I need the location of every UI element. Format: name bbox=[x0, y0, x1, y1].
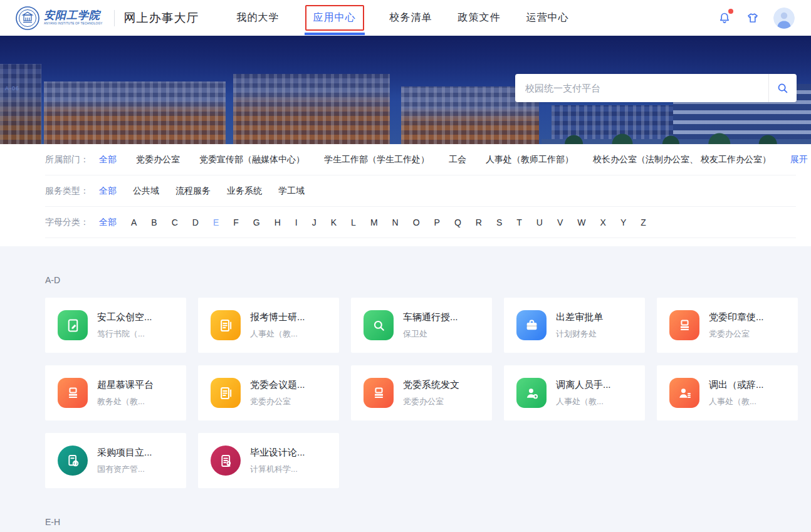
app-card-department: 人事处（教... bbox=[709, 396, 764, 407]
app-card-title: 安工众创空... bbox=[97, 311, 152, 323]
filter-row-service-type: 服务类型：全部公共域流程服务业务系统学工域 bbox=[45, 175, 796, 207]
filter-option[interactable]: 党委宣传部（融媒体中心） bbox=[199, 154, 305, 165]
app-card[interactable]: 采购项目立...国有资产管... bbox=[45, 433, 186, 488]
app-card[interactable]: 党委系统发文党委办公室 bbox=[351, 365, 492, 420]
group-label: A-D bbox=[45, 246, 796, 285]
filter-option[interactable]: Y bbox=[620, 217, 626, 227]
filter-option[interactable]: A bbox=[131, 217, 137, 227]
university-name-en: ANYANG INSTITUTE OF TECHNOLOGY bbox=[44, 22, 103, 25]
app-card-title: 出差审批单 bbox=[556, 311, 603, 323]
app-card[interactable]: 调出（或辞...人事处（教... bbox=[657, 365, 798, 420]
app-card[interactable]: 调离人员手...人事处（教... bbox=[504, 365, 645, 420]
filter-option[interactable]: F bbox=[233, 217, 239, 227]
filter-option[interactable]: 流程服务 bbox=[175, 185, 211, 197]
app-card-title: 调出（或辞... bbox=[709, 379, 764, 391]
app-card-title: 毕业设计论... bbox=[250, 447, 305, 459]
app-card-title: 党委系统发文 bbox=[403, 379, 459, 391]
app-card-title: 车辆通行授... bbox=[403, 311, 458, 323]
filter-label: 所属部门： bbox=[45, 154, 89, 165]
divider bbox=[114, 10, 115, 26]
filter-row-alphabet: 字母分类：全部ABCDEFGHIJKLMNOPQRSTUVWXYZ bbox=[45, 207, 796, 238]
filter-option[interactable]: 学生工作部（学生工作处） bbox=[324, 154, 429, 165]
app-card[interactable]: 车辆通行授...保卫处 bbox=[351, 298, 492, 353]
university-name: 安阳工学院 bbox=[44, 10, 106, 22]
person-badge-icon bbox=[516, 378, 547, 408]
filter-option[interactable]: 工会 bbox=[449, 154, 466, 165]
app-card-title: 调离人员手... bbox=[556, 379, 611, 391]
filter-option[interactable]: 校长办公室（法制办公室、 校友工作办公室） bbox=[593, 154, 771, 165]
group-label: E-H bbox=[45, 488, 796, 527]
filter-option[interactable]: K bbox=[331, 217, 337, 227]
filter-option[interactable]: U bbox=[536, 217, 543, 227]
banner-building bbox=[44, 81, 226, 144]
filter-option[interactable]: W bbox=[577, 217, 585, 227]
expand-link[interactable]: 展开 bbox=[790, 154, 808, 165]
app-card-department: 计算机科学... bbox=[250, 464, 305, 475]
app-card-title: 党委会议题... bbox=[250, 379, 305, 391]
app-card[interactable]: 出差审批单计划财务处 bbox=[504, 298, 645, 353]
filter-label: 字母分类： bbox=[45, 217, 89, 228]
clipboard-edit-icon bbox=[58, 310, 88, 340]
filter-option[interactable]: 公共域 bbox=[133, 185, 159, 197]
filter-option[interactable]: X bbox=[600, 217, 606, 227]
filter-option[interactable]: J bbox=[312, 217, 317, 227]
nav-item-my-university[interactable]: 我的大学 bbox=[237, 11, 280, 24]
search-bar bbox=[515, 74, 797, 102]
filter-option[interactable]: N bbox=[392, 217, 399, 227]
app-card[interactable]: 党委会议题...党委办公室 bbox=[198, 365, 339, 420]
filter-option[interactable]: Z bbox=[641, 217, 646, 227]
app-card[interactable]: 党委印章使...党委办公室 bbox=[657, 298, 798, 353]
filter-option[interactable]: T bbox=[516, 217, 522, 227]
filter-option[interactable]: 全部 bbox=[99, 217, 117, 228]
filter-option[interactable]: H bbox=[275, 217, 281, 227]
nav-item-app-center[interactable]: 应用中心 bbox=[305, 5, 364, 31]
notification-bell-icon[interactable] bbox=[717, 11, 732, 26]
nav-item-operation-center[interactable]: 运营中心 bbox=[526, 11, 569, 24]
filter-option[interactable]: L bbox=[351, 217, 356, 227]
app-card-department: 保卫处 bbox=[403, 328, 458, 340]
filter-option[interactable]: 全部 bbox=[99, 154, 117, 165]
filter-option[interactable]: E bbox=[213, 217, 219, 227]
nav-item-policy-documents[interactable]: 政策文件 bbox=[458, 11, 501, 24]
filter-option[interactable]: P bbox=[434, 217, 440, 227]
filter-option[interactable]: 业务系统 bbox=[227, 185, 262, 197]
filter-option[interactable]: Q bbox=[454, 217, 461, 227]
filter-option[interactable]: I bbox=[295, 217, 298, 227]
app-card[interactable]: 报考博士研...人事处（教... bbox=[198, 298, 339, 353]
document-list-icon bbox=[211, 378, 241, 408]
filter-option[interactable]: C bbox=[172, 217, 178, 227]
filter-option[interactable]: G bbox=[253, 217, 260, 227]
nav-item-school-affairs[interactable]: 校务清单 bbox=[390, 11, 432, 24]
filter-option[interactable]: 全部 bbox=[99, 185, 117, 197]
filter-option[interactable]: B bbox=[151, 217, 157, 227]
filter-option[interactable]: 党委办公室 bbox=[136, 154, 180, 165]
search-input[interactable] bbox=[515, 74, 768, 102]
document-list-icon bbox=[211, 310, 241, 340]
app-card[interactable]: 安工众创空...笃行书院（... bbox=[45, 298, 186, 353]
filter-option[interactable]: D bbox=[192, 217, 199, 227]
search-icon bbox=[776, 81, 790, 95]
filter-option[interactable]: M bbox=[370, 217, 378, 227]
user-avatar[interactable] bbox=[773, 8, 795, 29]
theme-tshirt-icon[interactable] bbox=[745, 11, 760, 26]
filter-option[interactable]: 学工域 bbox=[278, 185, 305, 197]
filter-option[interactable]: O bbox=[413, 217, 420, 227]
filter-option[interactable]: S bbox=[496, 217, 502, 227]
banner-building: A-06 bbox=[0, 64, 41, 144]
filter-option[interactable]: 人事处（教师工作部） bbox=[486, 154, 573, 165]
app-card[interactable]: 毕业设计论...计算机科学... bbox=[198, 433, 339, 488]
app-card-department: 党委办公室 bbox=[709, 328, 764, 340]
filter-option[interactable]: R bbox=[476, 217, 482, 227]
person-list-icon bbox=[669, 378, 699, 408]
main-nav: 我的大学应用中心校务清单政策文件运营中心 bbox=[237, 5, 569, 31]
filter-option[interactable]: V bbox=[557, 217, 563, 227]
invoice-yuan-icon bbox=[58, 446, 88, 476]
app-card-title: 党委印章使... bbox=[709, 311, 764, 323]
app-card-department: 人事处（教... bbox=[556, 396, 611, 407]
search-button[interactable] bbox=[769, 74, 797, 102]
notification-dot bbox=[728, 9, 733, 14]
app-card-title: 超星慕课平台 bbox=[97, 379, 154, 391]
app-card-department: 党委办公室 bbox=[250, 396, 305, 407]
university-logo[interactable]: 安阳工学院 ANYANG INSTITUTE OF TECHNOLOGY bbox=[15, 6, 106, 31]
app-card[interactable]: 超星慕课平台教务处（教... bbox=[45, 365, 186, 420]
